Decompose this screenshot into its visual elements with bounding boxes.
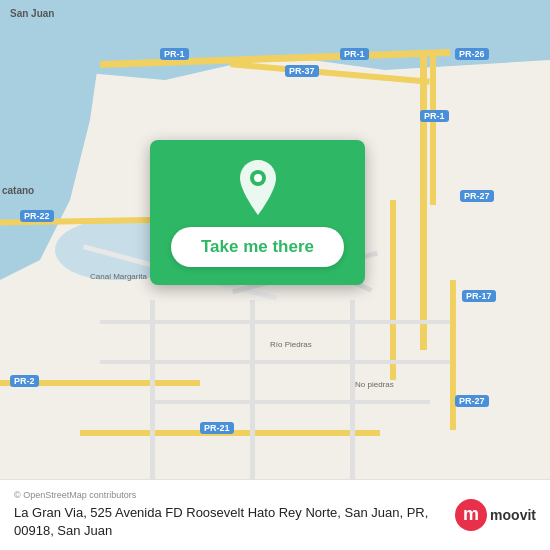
road-local-4: [100, 320, 450, 324]
label-pr27: PR-27: [460, 190, 494, 202]
label-pr22: PR-22: [20, 210, 54, 222]
label-pr17: PR-17: [462, 290, 496, 302]
label-pr37: PR-37: [285, 65, 319, 77]
label-pr1-right: PR-1: [420, 110, 449, 122]
label-pr2: PR-2: [10, 375, 39, 387]
label-pr1-top2: PR-1: [340, 48, 369, 60]
road-pr17: [450, 280, 456, 430]
action-card: Take me there: [150, 140, 365, 285]
moovit-icon: m: [455, 499, 487, 531]
road-pr27: [390, 200, 396, 380]
label-san-juan: San Juan: [10, 8, 54, 19]
road-local-5: [100, 360, 450, 364]
label-pr27-bottom: PR-27: [455, 395, 489, 407]
location-pin-icon: [236, 160, 280, 215]
label-pr21: PR-21: [200, 422, 234, 434]
address-text: La Gran Via, 525 Avenida FD Roosevelt Ha…: [14, 504, 443, 540]
address-section: © OpenStreetMap contributors La Gran Via…: [14, 490, 443, 540]
moovit-text: moovit: [490, 507, 536, 523]
label-canal-margarita: Canal Margarita: [90, 272, 147, 281]
svg-point-1: [254, 174, 262, 182]
label-no-piedras: No piedras: [355, 380, 394, 389]
road-local-6: [150, 400, 430, 404]
label-rio-piedras: Río Piedras: [270, 340, 312, 349]
label-pr26: PR-26: [455, 48, 489, 60]
label-catano: catano: [2, 185, 34, 196]
label-pr1-top: PR-1: [160, 48, 189, 60]
road-pr1-vertical: [420, 50, 427, 350]
bottom-bar: © OpenStreetMap contributors La Gran Via…: [0, 479, 550, 550]
map-container: PR-1 PR-1 PR-37 PR-26 PR-27 PR-17 PR-22 …: [0, 0, 550, 550]
moovit-logo: m moovit: [455, 499, 536, 531]
road-pr26: [430, 55, 436, 205]
copyright-text: © OpenStreetMap contributors: [14, 490, 443, 500]
take-me-there-button[interactable]: Take me there: [171, 227, 344, 267]
